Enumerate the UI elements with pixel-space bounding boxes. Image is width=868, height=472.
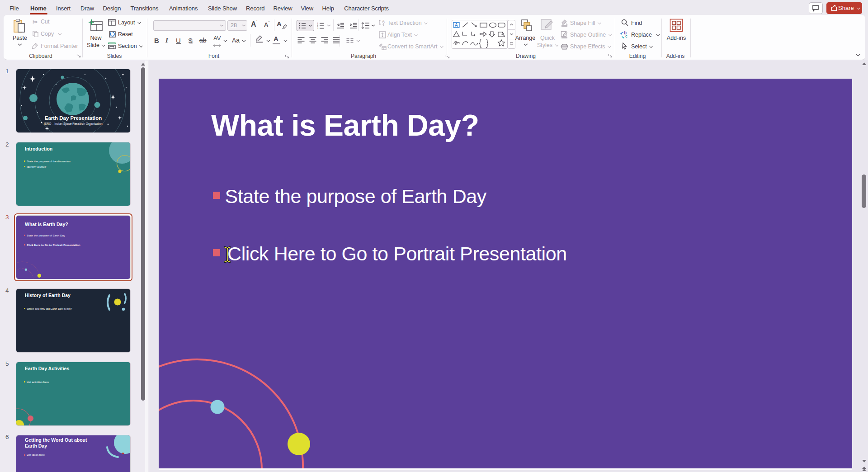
svg-text:A: A — [455, 23, 458, 28]
svg-text:A: A — [382, 19, 385, 24]
svg-text:3: 3 — [317, 27, 318, 29]
svg-text:c: c — [625, 34, 627, 38]
